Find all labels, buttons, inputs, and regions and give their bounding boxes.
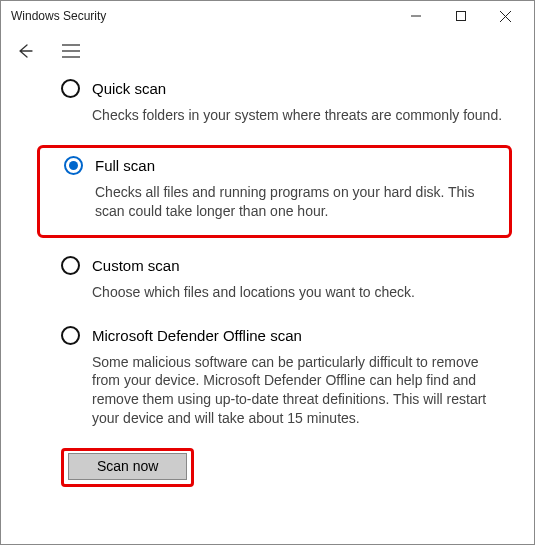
close-button[interactable] xyxy=(483,1,528,31)
minimize-button[interactable] xyxy=(393,1,438,31)
option-custom-scan[interactable]: Custom scan Choose which files and locat… xyxy=(61,252,512,312)
radio-icon xyxy=(61,79,80,98)
scan-now-button[interactable]: Scan now xyxy=(68,453,187,480)
svg-rect-1 xyxy=(456,12,465,21)
option-title: Full scan xyxy=(95,157,155,174)
toolbar xyxy=(1,31,534,71)
option-title: Microsoft Defender Offline scan xyxy=(92,327,302,344)
radio-icon xyxy=(61,326,80,345)
maximize-button[interactable] xyxy=(438,1,483,31)
close-icon xyxy=(500,11,511,22)
option-title: Custom scan xyxy=(92,257,180,274)
scan-now-highlight: Scan now xyxy=(61,448,194,487)
option-title: Quick scan xyxy=(92,80,166,97)
titlebar: Windows Security xyxy=(1,1,534,31)
radio-icon xyxy=(61,256,80,275)
option-description: Some malicious software can be particula… xyxy=(92,353,504,429)
window-title: Windows Security xyxy=(11,9,106,23)
maximize-icon xyxy=(456,11,466,21)
back-arrow-icon xyxy=(15,41,35,61)
menu-button[interactable] xyxy=(59,39,83,63)
option-description: Choose which files and locations you wan… xyxy=(92,283,504,302)
back-button[interactable] xyxy=(13,39,37,63)
option-description: Checks all files and running programs on… xyxy=(95,183,499,221)
option-offline-scan[interactable]: Microsoft Defender Offline scan Some mal… xyxy=(61,322,512,439)
minimize-icon xyxy=(411,11,421,21)
option-description: Checks folders in your system where thre… xyxy=(92,106,504,125)
radio-icon-selected xyxy=(64,156,83,175)
hamburger-icon xyxy=(62,44,80,58)
option-quick-scan[interactable]: Quick scan Checks folders in your system… xyxy=(61,75,512,135)
scan-options: Quick scan Checks folders in your system… xyxy=(1,71,534,497)
option-full-scan[interactable]: Full scan Checks all files and running p… xyxy=(37,145,512,238)
